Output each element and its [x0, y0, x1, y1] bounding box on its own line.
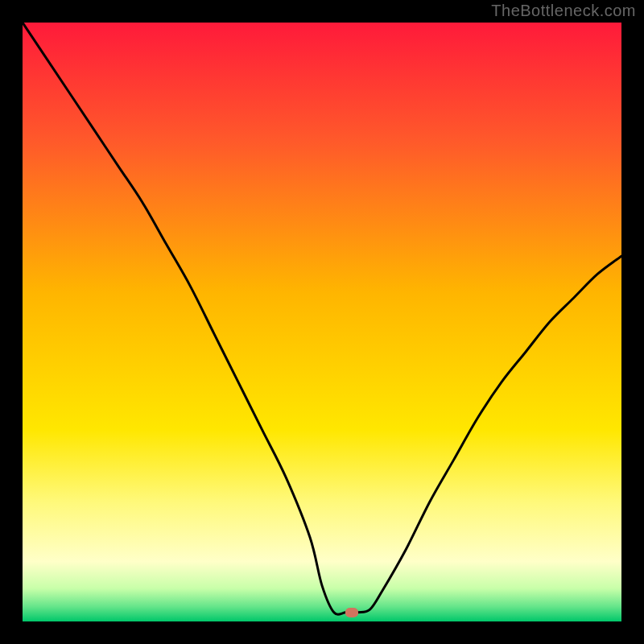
gradient-background [23, 23, 621, 621]
optimal-point-marker [345, 608, 358, 617]
chart-frame: TheBottleneck.com [0, 0, 644, 644]
plot-svg [23, 23, 621, 621]
watermark-text: TheBottleneck.com [491, 2, 636, 20]
plot-area [23, 23, 621, 621]
